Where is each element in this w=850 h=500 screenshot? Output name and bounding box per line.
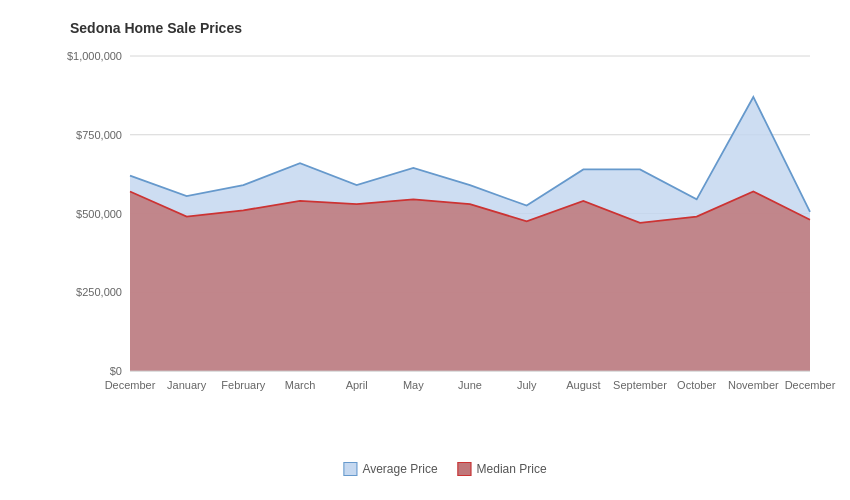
chart-container: Sedona Home Sale Prices $0$250,000$500,0… (0, 0, 850, 500)
chart-area: $0$250,000$500,000$750,000$1,000,000Dece… (70, 46, 820, 426)
svg-text:February: February (221, 379, 266, 391)
svg-text:$0: $0 (110, 365, 122, 377)
svg-text:November: November (728, 379, 779, 391)
svg-text:$500,000: $500,000 (76, 208, 122, 220)
svg-text:July: July (517, 379, 537, 391)
chart-legend: Average Price Median Price (343, 462, 546, 476)
legend-average-label: Average Price (362, 462, 437, 476)
svg-text:$750,000: $750,000 (76, 129, 122, 141)
svg-text:April: April (346, 379, 368, 391)
legend-median-icon (458, 462, 472, 476)
price-chart: $0$250,000$500,000$750,000$1,000,000Dece… (70, 46, 820, 426)
svg-text:October: October (677, 379, 716, 391)
legend-average-icon (343, 462, 357, 476)
legend-median-label: Median Price (477, 462, 547, 476)
legend-median: Median Price (458, 462, 547, 476)
svg-text:May: May (403, 379, 424, 391)
chart-title: Sedona Home Sale Prices (70, 20, 820, 36)
svg-text:$250,000: $250,000 (76, 286, 122, 298)
svg-text:August: August (566, 379, 600, 391)
svg-text:March: March (285, 379, 316, 391)
legend-average: Average Price (343, 462, 437, 476)
svg-text:June: June (458, 379, 482, 391)
svg-text:December: December (785, 379, 836, 391)
svg-text:January: January (167, 379, 207, 391)
svg-text:September: September (613, 379, 667, 391)
svg-text:December: December (105, 379, 156, 391)
svg-text:$1,000,000: $1,000,000 (67, 50, 122, 62)
